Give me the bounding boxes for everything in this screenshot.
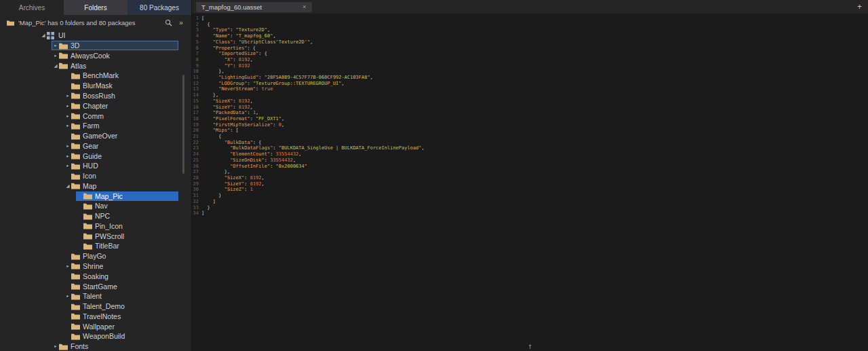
tree-item-travelnotes[interactable]: TravelNotes: [0, 311, 191, 321]
folder-icon: [71, 262, 80, 270]
folder-icon: [71, 282, 80, 290]
tree-item-alwayscook[interactable]: ▸AlwaysCook: [0, 51, 191, 61]
code-line: 1[: [192, 16, 868, 22]
tree-item-playgo[interactable]: PlayGo: [0, 251, 191, 261]
code-line: 14 },: [192, 92, 868, 98]
tree-scrollbar-thumb[interactable]: [182, 75, 184, 174]
tree-item-label: NPC: [95, 212, 110, 220]
chevron-right-icon[interactable]: ▸: [64, 93, 71, 98]
folder-icon: [59, 343, 68, 350]
tree-item-shrine[interactable]: ▸Shrine: [0, 261, 191, 272]
code-line: 8 "X": 8192,: [192, 57, 868, 63]
tree-item-nav[interactable]: Nav: [0, 201, 191, 211]
line-number: 26: [192, 164, 201, 170]
line-number: 8: [192, 57, 201, 63]
tree-item-label: TravelNotes: [83, 312, 121, 320]
tree-item-content: WeaponBuild: [64, 331, 178, 341]
folder-icon: [59, 42, 68, 50]
tree-item-3d[interactable]: ▸3D: [0, 41, 191, 51]
folder-icon: [71, 82, 80, 90]
tree-item-content: ◢Atlas: [52, 61, 178, 71]
folder-icon: [71, 322, 80, 330]
tree-item-npc[interactable]: NPC: [0, 211, 191, 221]
tree-item-blurmask[interactable]: BlurMask: [0, 81, 191, 91]
chevron-down-icon[interactable]: ◢: [64, 183, 71, 189]
tree-item-content: TravelNotes: [64, 312, 178, 321]
expand-log-icon[interactable]: ↑: [528, 344, 533, 350]
chevron-right-icon[interactable]: ▸: [52, 43, 59, 48]
chevron-right-icon[interactable]: ▸: [64, 293, 71, 299]
tree-item-pin-icon[interactable]: Pin_Icon: [0, 221, 191, 232]
chevron-down-icon[interactable]: ◢: [40, 33, 47, 38]
expand-more-icon[interactable]: »: [176, 18, 186, 27]
tree-item-soaking[interactable]: Soaking: [0, 271, 191, 281]
tree-item-label: BossRush: [83, 92, 115, 100]
tree-item-fonts[interactable]: ▸Fonts: [0, 341, 191, 351]
tree-item-label: UI: [58, 31, 66, 39]
tree-item-ui[interactable]: ◢UI: [0, 31, 191, 41]
tree-item-content: ▸Guide: [64, 151, 178, 161]
code-line: 18 "PixelFormat": "PF_DXT1",: [192, 116, 868, 122]
sidebar-tab-bar: ArchivesFolders80 Packages: [0, 0, 191, 15]
add-tab-icon[interactable]: +: [857, 2, 862, 12]
json-viewer[interactable]: 1[2 {3 "Type": "Texture2D",4 "Name": "T_…: [192, 14, 868, 351]
tree-item-gameover[interactable]: GameOver: [0, 131, 191, 141]
folder-icon: [71, 142, 80, 149]
chevron-right-icon[interactable]: ▸: [64, 153, 71, 159]
tree-item-pwscroll[interactable]: PWScroll: [0, 231, 191, 241]
tree-item-label: Map_Pic: [95, 192, 123, 200]
tree-item-hud[interactable]: ▸HUD: [0, 161, 191, 171]
tree-item-atlas[interactable]: ◢Atlas: [0, 60, 191, 71]
chevron-right-icon[interactable]: ▸: [64, 113, 71, 119]
close-icon[interactable]: ×: [302, 4, 306, 10]
tree-item-wallpaper[interactable]: Wallpaper: [0, 321, 191, 331]
tree-item-farm[interactable]: ▸Farm: [0, 121, 191, 131]
code-line: 7 "ImportedSize": {: [192, 51, 868, 57]
tab-80-packages[interactable]: 80 Packages: [127, 0, 191, 15]
tree-item-content: Soaking: [64, 272, 178, 281]
tab-t-mapfog-60-uasset[interactable]: T_mapfog_60.uasset ×: [196, 2, 312, 12]
tree-item-weaponbuild[interactable]: WeaponBuild: [0, 331, 191, 341]
tree-item-label: TitleBar: [95, 242, 119, 250]
chevron-down-icon[interactable]: ◢: [52, 63, 59, 69]
tree-item-gear[interactable]: ▸Gear: [0, 141, 191, 151]
chevron-right-icon[interactable]: ▸: [52, 344, 59, 349]
code-line: 22 "BulkData": {: [192, 140, 868, 146]
tree-item-guide[interactable]: ▸Guide: [0, 151, 191, 161]
chevron-right-icon[interactable]: ▸: [64, 143, 71, 149]
tree-item-content: GameOver: [64, 131, 178, 141]
editor-panel: T_mapfog_60.uasset × + 1[2 {3 "Type": "T…: [192, 0, 868, 351]
code-line: 29 "SizeY": 8192,: [192, 181, 868, 187]
line-number: 16: [192, 105, 201, 111]
folder-icon: [83, 222, 92, 229]
code-line: 11 "LightingGuid": "28F5A8B9-4C57F77B-06…: [192, 75, 868, 81]
tree-item-benchmark[interactable]: BenchMark: [0, 71, 191, 81]
tree-item-comm[interactable]: ▸Comm: [0, 111, 191, 121]
tree-item-label: Fonts: [71, 342, 88, 350]
folder-icon: [71, 172, 80, 180]
tree-item-content: Pin_Icon: [76, 221, 178, 231]
search-icon[interactable]: [163, 18, 173, 27]
chevron-right-icon[interactable]: ▸: [64, 263, 71, 269]
tree-item-map[interactable]: ◢Map: [0, 181, 191, 191]
tree-item-bossrush[interactable]: ▸BossRush: [0, 91, 191, 101]
line-number: 29: [192, 181, 201, 187]
tree-item-titlebar[interactable]: TitleBar: [0, 241, 191, 251]
tab-folders[interactable]: Folders: [64, 0, 127, 15]
chevron-right-icon[interactable]: ▸: [64, 123, 71, 128]
tree-item-map-pic[interactable]: Map_Pic: [0, 191, 191, 201]
line-number: 20: [192, 128, 201, 134]
chevron-right-icon[interactable]: ▸: [52, 53, 59, 58]
chevron-right-icon[interactable]: ▸: [64, 163, 71, 168]
tree-item-startgame[interactable]: StartGame: [0, 281, 191, 291]
tree-item-talent-demo[interactable]: Talent_Demo: [0, 301, 191, 312]
line-number: 19: [192, 122, 201, 128]
code-line: 27 },: [192, 169, 868, 175]
tab-archives[interactable]: Archives: [0, 0, 64, 15]
tree-item-talent[interactable]: ▸Talent: [0, 291, 191, 301]
tree-item-chapter[interactable]: ▸Chapter: [0, 100, 191, 111]
folder-icon: [71, 272, 80, 280]
line-number: 27: [192, 169, 201, 175]
chevron-right-icon[interactable]: ▸: [64, 103, 71, 109]
tree-item-icon[interactable]: Icon: [0, 171, 191, 181]
